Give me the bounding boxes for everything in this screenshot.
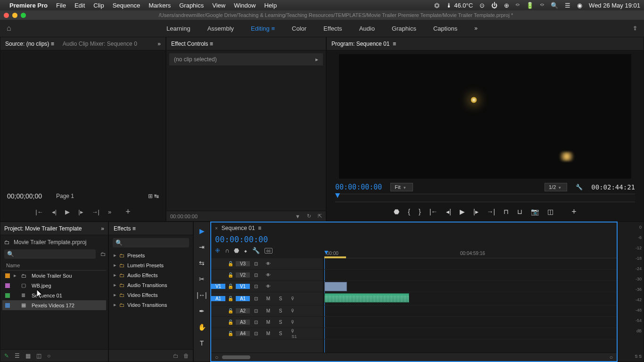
pen-tool-icon[interactable]: ✒ [197,306,207,316]
share-icon[interactable]: ⇪ [633,25,637,32]
selection-tool-icon[interactable]: ▶ [197,226,207,236]
close-sequence-icon[interactable]: × [215,226,218,231]
status-icon[interactable]: ⊙ [479,2,485,9]
filter-icon[interactable]: ▼ [295,214,300,219]
lock-icon[interactable]: 🔓 [225,272,236,278]
mark-out-icon[interactable]: } [419,208,421,215]
lock-icon[interactable]: 🔓 [225,261,236,266]
maximize-window-button[interactable] [21,13,26,18]
track-select-tool-icon[interactable]: ⇥ [197,242,207,252]
workspace-captions[interactable]: Captions [433,25,457,32]
go-to-in-icon[interactable]: |← [35,208,43,215]
effects-folder-audio-effects[interactable]: 🗀Audio Effects [111,270,191,280]
add-marker-icon[interactable]: ⬣ [234,247,239,254]
panel-overflow-icon[interactable]: » [101,225,104,232]
audio-clip[interactable] [324,293,409,303]
zoom-out-icon[interactable]: ○ [215,354,218,361]
effects-folder-lumetri[interactable]: 🗀Lumetri Presets [111,260,191,270]
label-color-swatch[interactable] [5,303,10,308]
settings-icon[interactable]: 🔧 [252,247,260,254]
menu-view[interactable]: View [212,2,225,9]
go-to-in-icon[interactable]: |← [429,208,438,215]
clock[interactable]: Wed 26 May 19:01 [589,2,640,9]
effects-folder-presets[interactable]: 🗀Presets [111,250,191,260]
hand-tool-icon[interactable]: ✋ [197,322,207,332]
source-mode-icon[interactable]: ⊞ ↹ [148,193,159,199]
track-target-v2[interactable]: V2 [236,272,250,278]
battery-icon[interactable]: 🔋 [526,2,534,9]
timeline-ruler[interactable]: :00:00 00:04:59:16 [323,251,617,258]
source-timecode[interactable]: 00;00;00;00 [7,192,42,200]
project-item-sequence[interactable]: ≣ Sequence 01 [2,290,106,300]
project-item-bin[interactable]: 🗀 Movie Trailer Sou [2,271,106,280]
lift-icon[interactable]: ⊓ [504,208,509,215]
razor-tool-icon[interactable]: ✂ [197,274,207,284]
effects-folder-audio-transitions[interactable]: 🗀Audio Transitions [111,280,191,290]
settings-icon[interactable]: 🔧 [576,184,583,190]
solo-indicator[interactable]: S S [635,354,642,359]
toggle-output-icon[interactable]: ⊡ [250,331,262,336]
workspace-audio[interactable]: Audio [359,25,375,32]
toggle-output-icon[interactable]: ⊡ [250,296,262,301]
lock-icon[interactable]: 🔓 [225,308,236,313]
panel-overflow-icon[interactable]: » [157,41,161,47]
control-center-icon[interactable]: ☰ [565,2,570,9]
zoom-in-icon[interactable]: ○ [610,354,613,361]
project-item-video[interactable]: ▦ Pexels Videos 172 [2,300,106,310]
add-marker-icon[interactable]: ⬣ [394,208,399,215]
icon-view-icon[interactable]: ▦ [25,353,31,359]
toggle-output-icon[interactable]: ⊡ [250,272,262,278]
go-to-out-icon[interactable]: →| [487,208,495,215]
menu-edit[interactable]: Edit [74,2,85,9]
toggle-output-icon[interactable]: ⊡ [250,261,262,266]
home-icon[interactable]: ⌂ [7,24,11,33]
sequence-tab[interactable]: Sequence 01 ≡ [222,225,261,231]
source-tab[interactable]: Source: (no clips) ≡ [5,41,54,47]
ripple-edit-tool-icon[interactable]: ⇆ [197,258,207,268]
track-target-a1[interactable]: A1 [236,296,250,301]
project-item-image[interactable]: ▢ WB.jpeg [2,280,106,290]
menu-markers[interactable]: Markers [149,2,171,9]
extract-icon[interactable]: ⊔ [517,208,522,215]
effects-tab[interactable]: Effects ≡ [114,225,136,232]
menu-sequence[interactable]: Sequence [113,2,140,9]
solo-icon[interactable]: S [274,320,287,325]
disclosure-icon[interactable] [14,272,17,279]
label-color-swatch[interactable] [5,273,10,278]
track-target-a2[interactable]: A2 [236,308,250,313]
label-color-swatch[interactable] [5,293,10,298]
menu-window[interactable]: Window [234,2,256,9]
close-window-button[interactable] [4,13,9,18]
export-frame-icon[interactable]: 📷 [531,208,539,215]
eye-icon[interactable]: 👁 [262,272,274,278]
step-forward-icon[interactable]: |▸ [473,208,479,215]
eye-icon[interactable]: 👁 [262,284,274,289]
mute-icon[interactable]: M [262,296,274,301]
track-target-a3[interactable]: A3 [236,320,250,325]
freeform-view-icon[interactable]: ◫ [36,353,41,359]
mark-in-icon[interactable]: { [408,208,410,215]
program-preview[interactable] [339,54,631,179]
mute-icon[interactable]: M [262,308,274,313]
voice-record-icon[interactable]: 🎙 [287,296,299,301]
type-tool-icon[interactable]: T [197,338,207,348]
siri-icon[interactable]: ◉ [577,2,582,9]
project-search[interactable]: 🔍 [4,249,96,259]
lock-icon[interactable]: 🔓 [225,296,236,301]
wifi-icon[interactable]: ⌔ [540,2,544,9]
zoom-slider[interactable]: ○ [47,353,50,359]
timeline-timecode[interactable]: 00:00:00:00 [215,235,323,244]
button-editor-icon[interactable]: + [571,207,577,217]
linked-selection-icon[interactable]: ∩ [225,247,229,254]
voice-record-icon[interactable]: 🎙 [287,320,299,325]
source-patch-a1[interactable]: A1 [211,296,225,301]
horizontal-scrollbar[interactable] [222,355,250,359]
list-view-icon[interactable]: ☰ [15,353,20,359]
status-icon[interactable]: ⏻ [491,2,497,9]
workspace-assembly[interactable]: Assembly [207,25,234,32]
video-clip[interactable] [324,282,347,291]
loop-icon[interactable]: ↻ [307,213,311,219]
track-target-v3[interactable]: V3 [236,261,250,266]
resolution-dropdown[interactable]: 1/2 [545,183,567,191]
toggle-output-icon[interactable]: ⊡ [250,284,262,289]
